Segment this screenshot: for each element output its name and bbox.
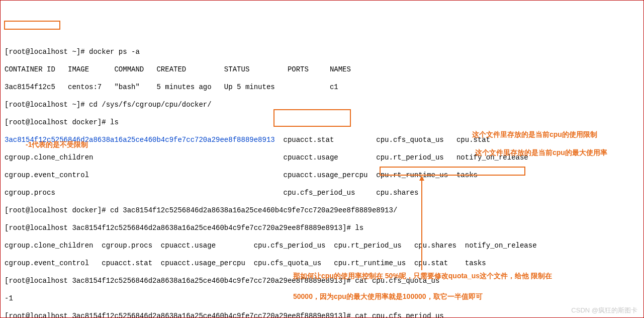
terminal-line: cgroup.event_control cpuacct.usage_percp… <box>5 171 639 180</box>
arrow-head-icon <box>419 176 424 181</box>
terminal-line: [root@localhost 3ac8154f12c5256846d2a863… <box>5 224 639 233</box>
terminal-line: [root@localhost ~]# cd /sys/fs/cgroup/cp… <box>5 101 639 110</box>
arrow-line <box>421 178 422 270</box>
terminal-line: cgroup.clone_children cgroup.procs cpuac… <box>5 242 639 251</box>
annotation-text: 这个文件里存放的是当前cpu的使用限制 <box>472 130 643 139</box>
annotation-text: 50000，因为cpu的最大使用率就是100000，取它一半值即可 <box>293 292 644 301</box>
terminal-line: cgroup.procs cpu.cfs_period_us cpu.share… <box>5 189 639 198</box>
file-list: cpuacct.stat cpu.cfs_quota_us cpu.stat <box>275 136 490 144</box>
terminal-line: [root@localhost 3ac8154f12c5256846d2a863… <box>5 312 639 319</box>
annotation-text: 那如何让cpu的使用率控制在 50%呢，只需要修改quota_us这个文件，给他… <box>293 272 644 281</box>
terminal-line: [root@localhost docker]# ls <box>5 118 639 127</box>
highlight-box-container-id <box>4 21 60 30</box>
watermark-text: CSDN @疯狂的斯图卡 <box>571 306 637 314</box>
terminal-line: CONTAINER ID IMAGE COMMAND CREATED STATU… <box>5 65 639 74</box>
terminal-line: cgroup.event_control cpuacct.stat cpuacc… <box>5 259 639 268</box>
terminal-line: 3ac8154f12c5 centos:7 "bash" 5 minutes a… <box>5 83 639 92</box>
terminal-line: [root@localhost docker]# cd 3ac8154f12c5… <box>5 206 639 215</box>
annotation-text: -1代表的是不受限制 <box>26 140 88 149</box>
annotation-text: 这个文件里存放的是当前cpu的最大使用率 <box>475 148 644 157</box>
terminal-line: [root@localhost ~]# docker ps -a <box>5 48 639 57</box>
